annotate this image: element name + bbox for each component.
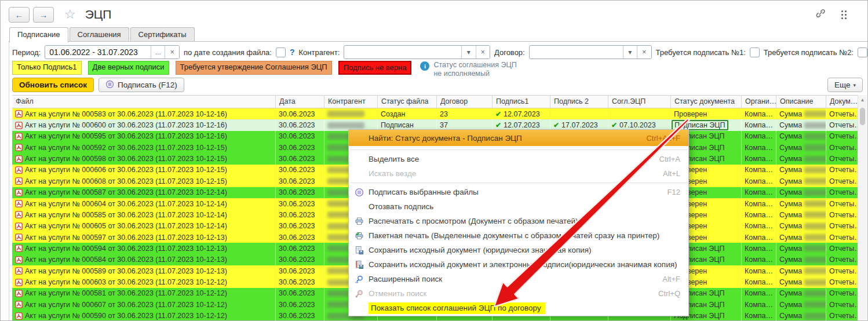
need-sign2-checkbox[interactable] xyxy=(858,48,867,57)
pdf-icon xyxy=(15,211,23,218)
redacted-text xyxy=(804,268,826,274)
file-name: Акт на услуги № 000598 от 30.06.2023 (11… xyxy=(25,154,227,164)
contragent-clear-button[interactable]: × xyxy=(476,46,490,59)
redacted-text xyxy=(804,257,826,263)
menu-item-label: Отменить поиск xyxy=(369,289,426,298)
tab-sertifikaty[interactable]: Сертификаты xyxy=(130,27,195,41)
menu-item[interactable]: Сохранить исходный документ и электронны… xyxy=(349,257,688,272)
redacted-text xyxy=(804,279,826,286)
column-header[interactable]: Согл.ЭЦП xyxy=(608,96,671,108)
file-name: Акт на услуги № 000583 от 30.06.2023 (11… xyxy=(25,109,227,119)
column-header[interactable]: Контрагент xyxy=(324,96,378,108)
pdf-icon xyxy=(15,234,23,241)
contragent-combo: ▾ × xyxy=(344,45,490,59)
column-header[interactable]: Органи… xyxy=(742,96,776,108)
column-header[interactable]: Договор xyxy=(437,96,493,108)
pdf-icon xyxy=(15,256,23,264)
link-icon[interactable] xyxy=(815,8,826,21)
table-row[interactable]: Акт на услуги № 000583 от 30.06.2023 (11… xyxy=(12,108,858,119)
redacted-text xyxy=(804,223,826,229)
menu-item-label: Расширенный поиск xyxy=(369,275,442,283)
by-file-date-label: по дате создания файла: xyxy=(184,48,272,57)
legend-info: i Статус соглашения ЭЦП не исполняемый xyxy=(420,61,516,78)
chevron-down-icon: ▾ xyxy=(853,82,856,88)
pdf-icon xyxy=(15,110,23,118)
tab-soglasheniya[interactable]: Соглашения xyxy=(70,27,129,41)
refresh-list-button[interactable]: Обновить список xyxy=(12,78,94,92)
file-name: Акт на услуги № 000605 от 30.06.2023 (11… xyxy=(25,221,227,231)
contract-combo: ▾ × xyxy=(529,45,652,59)
menu-item[interactable]: Подписать выбранные файлыF12 xyxy=(349,185,688,199)
more-menu-icon[interactable] xyxy=(841,10,848,19)
contragent-dropdown-icon[interactable]: ▾ xyxy=(461,46,475,59)
menu-item[interactable]: Выделить всеCtrl+A xyxy=(349,152,688,166)
column-header[interactable]: Дата xyxy=(276,96,324,108)
search-plus-icon xyxy=(354,275,364,284)
redacted-text xyxy=(804,122,826,129)
menu-item[interactable]: Пакетная печать (Выделенные документы с … xyxy=(349,228,688,243)
contract-clear-button[interactable]: × xyxy=(637,46,651,59)
redacted-text xyxy=(804,200,826,207)
menu-item[interactable]: Распечатать с просмотром (Документ с обр… xyxy=(349,214,688,228)
menu-item[interactable]: Расширенный поискAlt+F xyxy=(349,272,688,286)
period-clear-button[interactable]: × xyxy=(165,46,178,59)
favorite-star-icon[interactable]: ☆ xyxy=(64,8,76,21)
period-input[interactable]: 01.06.2022 - 31.07.2023 xyxy=(45,46,151,59)
back-button[interactable]: ← xyxy=(9,7,30,23)
column-header[interactable]: Докум… xyxy=(826,96,858,108)
scroll-up-icon[interactable]: ▲ xyxy=(858,95,867,105)
legend-badges: Только Подпись1Две верных подписиТребует… xyxy=(12,61,411,75)
column-header[interactable]: Статус файла xyxy=(378,96,437,108)
column-header[interactable]: Подпись 2 xyxy=(550,96,608,108)
menu-shortcut: F12 xyxy=(661,188,680,196)
table-header: ФайлДатаКонтрагентСтатус файлаДоговорПод… xyxy=(12,95,858,108)
menu-item[interactable]: Отозвать подпись xyxy=(349,199,688,214)
need-sign1-checkbox[interactable] xyxy=(750,48,760,57)
more-button[interactable]: Еще ▾ xyxy=(827,78,863,92)
legend-badge: Подпись не верна xyxy=(338,61,412,75)
menu-item: Искать вездеAlt+L xyxy=(349,166,688,181)
file-name: Акт на услуги № 000606 от 30.06.2023 (11… xyxy=(25,165,227,175)
file-name: Акт на услуги № 000608 от 30.06.2023 (11… xyxy=(25,176,227,187)
column-header[interactable]: Подпись1 xyxy=(493,96,550,108)
menu-item-label: Распечатать с просмотром (Документ с обр… xyxy=(369,217,578,225)
print-batch-icon xyxy=(354,231,364,240)
menu-item[interactable]: Показать список соглашений ЭЦП по догово… xyxy=(349,301,688,315)
period-pick-button[interactable]: ... xyxy=(151,46,165,59)
forward-button[interactable]: → xyxy=(33,7,54,23)
contract-label: Договор: xyxy=(494,48,525,57)
contract-input[interactable] xyxy=(530,46,623,59)
menu-item[interactable]: Сохранить исходный документ (юридически … xyxy=(349,243,688,257)
pdf-icon xyxy=(15,144,23,151)
save-doc-icon xyxy=(354,246,364,255)
file-name: Акт на услуги № 000581 от 30.06.2023 (11… xyxy=(25,288,227,298)
help-link[interactable]: ? xyxy=(290,48,295,57)
contract-dropdown-icon[interactable]: ▾ xyxy=(623,46,637,59)
redacted-text xyxy=(804,290,826,297)
signature-icon xyxy=(105,80,114,90)
column-header[interactable]: Файл xyxy=(12,96,276,108)
pdf-icon xyxy=(15,267,23,275)
menu-item[interactable]: Найти: Статус документа - Подписан ЭЦПCt… xyxy=(349,130,688,146)
menu-shortcut: Alt+F xyxy=(655,275,680,283)
pdf-icon xyxy=(15,155,23,163)
period-label: Период: xyxy=(12,48,41,57)
column-header[interactable]: Описание xyxy=(776,96,826,108)
ecp-window: ← → ☆ ЭЦП ПодписаниеСоглашенияСертификат… xyxy=(0,0,868,321)
pdf-icon xyxy=(15,279,23,286)
pdf-icon xyxy=(15,312,23,320)
file-name: Акт на услуги № 000594 от 30.06.2023 (11… xyxy=(25,243,227,254)
vertical-scrollbar[interactable]: ▲ xyxy=(858,95,867,320)
tab-podpisanie[interactable]: Подписание xyxy=(9,27,68,42)
column-header[interactable]: Статус документа xyxy=(671,96,742,108)
info-note-line1: Статус соглашения ЭЦП xyxy=(433,61,516,70)
file-name: Акт на услуги № 000603 от 30.06.2023 (11… xyxy=(25,277,227,287)
redacted-text xyxy=(327,122,364,129)
command-bar: Обновить список Подписать (F12) Еще ▾ xyxy=(12,78,863,92)
sign-button[interactable]: Подписать (F12) xyxy=(99,78,184,92)
save-doc-sign-icon xyxy=(354,260,364,269)
redacted-text xyxy=(804,133,826,140)
scrollbar-thumb[interactable] xyxy=(860,108,865,125)
contragent-input[interactable] xyxy=(344,46,461,59)
by-file-date-checkbox[interactable] xyxy=(276,48,286,57)
